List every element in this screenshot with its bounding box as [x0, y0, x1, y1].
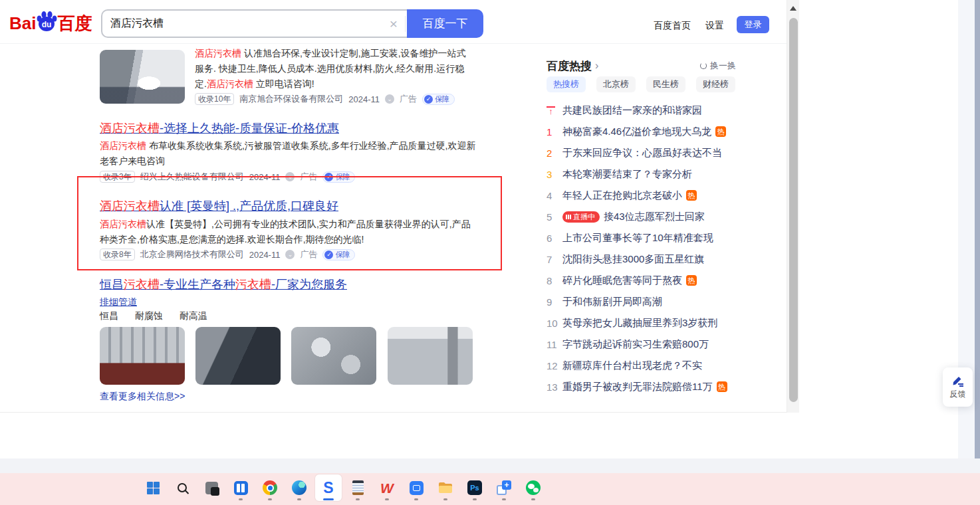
result-source[interactable]: 南京旭合环保设备有限公司 [239, 93, 343, 105]
guarantee-badge[interactable]: ✓ 保障 [322, 249, 355, 260]
result3-title-link[interactable]: 酒店污衣槽认准 [英曼特] .,产品优质,口碑良好 [100, 199, 338, 213]
browser-scrollbar[interactable] [787, 0, 799, 413]
notepad-icon [352, 480, 364, 495]
see-more-link[interactable]: 查看更多相关信息>> [100, 391, 185, 403]
hot-search-tabs: 热搜榜北京榜民生榜财经榜 [547, 76, 735, 92]
rank-number: 11 [547, 339, 562, 350]
hot-item-7[interactable]: 7沈阳街头悬挂3000多面五星红旗 [547, 249, 736, 270]
hot-item-5[interactable]: 5直播中接43位志愿军烈士回家 [547, 206, 736, 227]
live-badge: 直播中 [562, 211, 600, 223]
ad-label: 广告 [300, 249, 317, 260]
hot-item-3[interactable]: 3本轮寒潮要结束了？专家分析 [547, 163, 736, 185]
hot-item-4[interactable]: 4年轻人正在抢购北京老破小热 [547, 185, 736, 206]
result4-image-4[interactable] [388, 327, 473, 385]
hot-item-12[interactable]: 12新疆琼库什台村出现老虎？不实 [547, 355, 736, 376]
chevron-right-icon: › [595, 60, 598, 72]
taskbar-search-button[interactable] [169, 474, 195, 501]
hot-item-text: 于和伟新剧开局即高潮 [562, 296, 662, 308]
hot-tab-2[interactable]: 民生榜 [646, 76, 685, 92]
hot-item-10[interactable]: 10英母亲把女儿藏抽屉里养到3岁获刑 [547, 312, 736, 334]
taskbar-sogou-browser-active[interactable]: S [315, 474, 342, 501]
login-button[interactable]: 登录 [737, 16, 769, 33]
scrollbar-thumb[interactable] [789, 18, 798, 402]
result4-image-1[interactable] [100, 327, 185, 385]
highlighted-keyword: 污衣槽 [235, 278, 271, 291]
result-date: 2024-11 [249, 172, 281, 182]
taskbar-photoshop[interactable]: Ps [461, 474, 488, 501]
hot-item-9[interactable]: 9于和伟新剧开局即高潮 [547, 291, 736, 312]
rank-number: 1 [547, 126, 562, 138]
settings-link[interactable]: 设置 [705, 20, 724, 32]
highlighted-keyword: 酒店污衣槽 [100, 219, 146, 229]
result4-tags: 恒昌耐腐蚀耐高温 [100, 310, 207, 322]
taskbar-notes-app[interactable] [344, 474, 371, 501]
hot-badge: 热 [686, 190, 697, 201]
search-box: × [101, 9, 407, 38]
rank-number: 9 [547, 296, 562, 308]
plain-text: 布草收集系统收集系统,污被服管道收集系统,多年行业经验,产品质量过硬,欢迎新老客… [100, 140, 475, 166]
taskbar-pc-manager[interactable] [403, 474, 429, 501]
indexed-years-badge: 收录3年 [100, 171, 135, 183]
result-source[interactable]: 北京企腾网络技术有限公司 [140, 249, 244, 260]
hot-tab-3[interactable]: 财经榜 [696, 76, 735, 92]
taskbar-wechat[interactable] [520, 474, 547, 501]
sogou-browser-icon: S [323, 480, 333, 496]
taskbar-widgets-app[interactable] [227, 474, 254, 501]
result4-tag-2[interactable]: 耐高温 [180, 310, 207, 322]
hot-search-title-link[interactable]: 百度热搜 › [547, 58, 598, 74]
umbrella-icon: ⌄ [285, 172, 295, 181]
guarantee-badge[interactable]: ✓ 保障 [422, 94, 455, 105]
taskbar-edge[interactable] [286, 474, 312, 501]
hot-item-2[interactable]: 2于东来回应争议：心愿虽好表达不当 [547, 142, 736, 163]
taskbar-snip-app[interactable] [198, 474, 225, 501]
refresh-button[interactable]: 换一换 [700, 60, 736, 72]
hot-item-text: 字节跳动起诉前实习生索赔800万 [562, 338, 709, 351]
live-bars-icon [566, 215, 567, 219]
running-indicator [356, 498, 360, 500]
indexed-years-badge: 收录10年 [195, 93, 234, 105]
search-button[interactable]: 百度一下 [407, 9, 483, 38]
scroll-up-arrow-icon[interactable] [790, 6, 796, 11]
result2-meta: 收录3年 绍兴上久热能设备有限公司 2024-11 ⌄ 广告 ✓ 保障 [100, 171, 355, 183]
hot-item-1[interactable]: 1神秘富豪4.46亿溢价拿地现大乌龙热 [547, 121, 736, 142]
hot-item-0[interactable]: ↑共建民族团结一家亲的和谐家园 [547, 100, 736, 121]
result2-title-link[interactable]: 酒店污衣槽-选择上久热能-质量保证-价格优惠 [100, 122, 339, 136]
search-input[interactable] [102, 18, 382, 30]
check-icon: ✓ [424, 95, 433, 104]
result4-image-2[interactable] [195, 327, 281, 385]
side-window-scrollbar[interactable] [975, 0, 980, 473]
result4-title-link[interactable]: 恒昌污衣槽-专业生产各种污衣槽-厂家为您服务 [100, 278, 347, 292]
result4-tag-1[interactable]: 耐腐蚀 [135, 310, 163, 322]
top-pin-icon: ↑ [547, 105, 562, 116]
guarantee-badge[interactable]: ✓ 保障 [322, 171, 355, 183]
blue-panels-icon [234, 481, 248, 495]
hot-item-text: 年轻人正在抢购北京老破小 [562, 189, 682, 202]
baidu-home-link[interactable]: 百度首页 [654, 20, 691, 32]
hot-item-11[interactable]: 11字节跳动起诉前实习生索赔800万 [547, 334, 736, 355]
taskbar-new-window-app[interactable]: + [491, 474, 517, 501]
rank-number: 4 [547, 190, 562, 201]
taskbar-file-explorer[interactable] [432, 474, 459, 501]
feedback-button[interactable]: 反馈 [943, 367, 973, 407]
hot-item-6[interactable]: 6上市公司董事长等了10年精准套现 [547, 227, 736, 249]
running-indicator [502, 498, 506, 500]
running-indicator [473, 498, 477, 500]
hot-item-text: 上市公司董事长等了10年精准套现 [562, 232, 713, 245]
result4-sublink[interactable]: 排烟管道 [100, 296, 137, 308]
hot-item-13[interactable]: 13重婚男子被改判无罪法院赔偿11万热 [547, 376, 736, 397]
result4-image-3[interactable] [291, 327, 376, 385]
rank-number: 7 [547, 254, 562, 265]
result1-thumbnail[interactable] [100, 50, 185, 104]
hot-item-8[interactable]: 8碎片化睡眠危害等同于熬夜热 [547, 270, 736, 291]
hot-item-text: 本轮寒潮要结束了？专家分析 [562, 168, 692, 181]
hot-tab-0[interactable]: 热搜榜 [547, 76, 586, 92]
start-button[interactable] [140, 474, 166, 501]
result-source[interactable]: 绍兴上久热能设备有限公司 [140, 171, 244, 183]
baidu-logo[interactable]: Bai du 百度 [9, 9, 92, 33]
clear-search-icon[interactable]: × [382, 17, 405, 31]
taskbar-wps[interactable]: W [374, 474, 400, 501]
hot-tab-1[interactable]: 北京榜 [596, 76, 636, 92]
result4-tag-0[interactable]: 恒昌 [100, 310, 118, 322]
taskbar-chrome[interactable] [257, 474, 283, 501]
umbrella-icon: ⌄ [285, 250, 295, 259]
